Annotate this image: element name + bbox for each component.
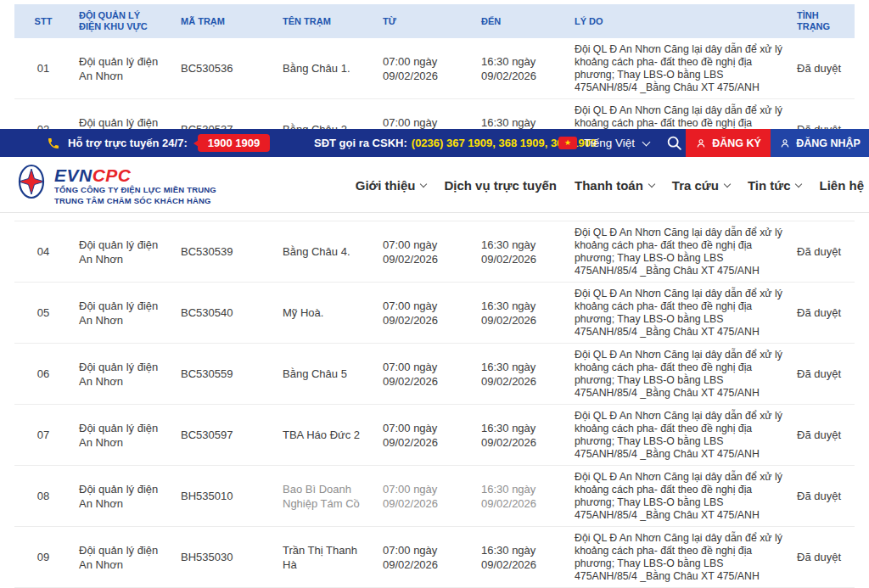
cell-station-name: TBA Háo Đức 2 — [276, 428, 376, 442]
nav-item-label: Liên hệ — [819, 178, 864, 193]
nav-item[interactable]: Thanh toán — [575, 178, 654, 193]
topbar: Hỗ trợ trực tuyến 24/7: 1900 1909 SĐT gọ… — [0, 129, 869, 157]
table-row: 05 Đội quản lý điện An Nhơn BC530540 Mỹ … — [14, 283, 855, 344]
cell-stt: 01 — [14, 61, 72, 76]
table-row: 08 Đội quản lý điện An Nhơn BH535010 Bao… — [14, 466, 855, 527]
cell-stt: 06 — [14, 367, 72, 381]
nav-item[interactable]: Tra cứu — [672, 178, 730, 193]
nav-item-label: Tra cứu — [672, 178, 719, 193]
cell-station-code: BC530559 — [174, 367, 276, 381]
nav-item[interactable]: Tin tức — [748, 178, 802, 193]
cell-station-name: Bằng Châu 4. — [276, 244, 376, 259]
chevron-down-icon — [648, 180, 655, 187]
cell-station-code: BC530540 — [174, 305, 276, 320]
cell-to: 16:30 ngày 09/02/2026 — [474, 421, 568, 450]
table-row: 07 Đội quản lý điện An Nhơn BC530597 TBA… — [14, 405, 855, 466]
cell-from: 07:00 ngày 09/02/2026 — [376, 238, 474, 266]
person-icon — [779, 137, 791, 149]
cell-from: 07:00 ngày 09/02/2026 — [376, 421, 474, 450]
language-selector[interactable]: Tiếng Việt — [584, 129, 649, 157]
col-header-status: TÌNH TRẠNG — [790, 10, 855, 32]
main-nav: Giới thiệu Dịch vụ trực tuyến Thanh toán… — [356, 157, 864, 213]
cell-team: Đội quản lý điện An Nhơn — [72, 421, 174, 450]
cell-to: 16:30 ngày 09/02/2026 — [474, 482, 568, 511]
table-row: 06 Đội quản lý điện An Nhơn BC530559 Bằn… — [14, 344, 855, 405]
cell-reason: Đội QL Đ An Nhơn Căng lại dây dẫn để xử … — [568, 43, 790, 94]
page: STT ĐỘI QUẢN LÝ ĐIỆN KHU VỰC MÃ TRẠM TÊN… — [0, 0, 869, 588]
cell-station-name: Bao Bì Doanh Nghiệp Tám Cồ — [276, 482, 376, 511]
cell-team: Đội quản lý điện An Nhơn — [72, 360, 174, 389]
cell-stt: 09 — [14, 550, 72, 564]
chevron-down-icon — [724, 180, 731, 187]
col-header-station-name: TÊN TRẠM — [276, 16, 376, 27]
cell-stt: 05 — [14, 305, 72, 320]
cell-reason: Đội QL Đ An Nhơn Căng lại dây dẫn để xử … — [568, 532, 790, 583]
cell-reason: Đội QL Đ An Nhơn Căng lại dây dẫn để xử … — [568, 471, 790, 522]
cell-reason: Đội QL Đ An Nhơn Căng lại dây dẫn để xử … — [568, 410, 790, 461]
cell-from: 07:00 ngày 09/02/2026 — [376, 54, 474, 83]
nav-item-label: Tin tức — [748, 178, 791, 193]
logo-name: EVNCPC — [54, 166, 216, 185]
phone-icon — [47, 137, 60, 150]
cell-status: Đã duyệt — [790, 550, 855, 564]
chevron-down-icon — [795, 180, 802, 187]
cell-station-name: Bằng Châu 5 — [276, 367, 376, 381]
cell-reason: Đội QL Đ An Nhơn Căng lại dây dẫn để xử … — [568, 288, 790, 339]
table-body: 01 Đội quản lý điện An Nhơn BC530536 Bằn… — [0, 38, 869, 588]
table-header-row: STT ĐỘI QUẢN LÝ ĐIỆN KHU VỰC MÃ TRẠM TÊN… — [14, 4, 855, 38]
cell-station-name: Trần Thị Thanh Hà — [276, 543, 376, 572]
cell-to: 16:30 ngày 09/02/2026 — [474, 54, 568, 83]
cell-status: Đã duyệt — [790, 305, 855, 320]
cell-station-name: Mỹ Hoà. — [276, 305, 376, 320]
cell-team: Đội quản lý điện An Nhơn — [72, 482, 174, 511]
cell-stt: 08 — [14, 489, 72, 503]
col-header-station-code: MÃ TRẠM — [174, 16, 276, 27]
col-header-to: ĐẾN — [474, 16, 568, 27]
nav-item[interactable]: Giới thiệu — [356, 178, 427, 193]
cell-station-code: BH535010 — [174, 489, 276, 503]
col-header-team: ĐỘI QUẢN LÝ ĐIỆN KHU VỰC — [72, 10, 174, 32]
cell-station-code: BC530536 — [174, 61, 276, 76]
nav-item[interactable]: Liên hệ — [819, 178, 864, 193]
nav-item[interactable]: Dịch vụ trực tuyến — [444, 178, 557, 193]
nav-item-label: Thanh toán — [575, 178, 643, 193]
logo-tagline-1: TỔNG CÔNG TY ĐIỆN LỰC MIỀN TRUNG — [54, 185, 216, 196]
table-row: 04 Đội quản lý điện An Nhơn BC530539 Bằn… — [14, 221, 855, 283]
vietnam-flag-icon: ★ — [558, 137, 577, 149]
login-button[interactable]: ĐĂNG NHẬP — [771, 129, 869, 157]
person-icon — [695, 137, 707, 149]
cell-from: 07:00 ngày 09/02/2026 — [376, 299, 474, 328]
evncpc-logo[interactable]: EVNCPC TỔNG CÔNG TY ĐIỆN LỰC MIỀN TRUNG … — [15, 163, 216, 206]
register-label: ĐĂNG KÝ — [712, 137, 761, 149]
cell-to: 16:30 ngày 09/02/2026 — [474, 360, 568, 389]
cell-team: Đội quản lý điện An Nhơn — [72, 543, 174, 572]
logo-text: EVNCPC TỔNG CÔNG TY ĐIỆN LỰC MIỀN TRUNG … — [54, 163, 216, 206]
cell-team: Đội quản lý điện An Nhơn — [72, 54, 174, 83]
cell-status: Đã duyệt — [790, 367, 855, 381]
nav-item-label: Dịch vụ trực tuyến — [444, 178, 557, 193]
chevron-down-icon — [642, 137, 651, 146]
sticky-site-header: Hỗ trợ trực tuyến 24/7: 1900 1909 SĐT gọ… — [0, 129, 869, 213]
cell-reason: Đội QL Đ An Nhơn Căng lại dây dẫn để xử … — [568, 349, 790, 400]
cell-reason: Đội QL Đ An Nhơn Căng lại dây dẫn để xử … — [568, 227, 790, 277]
register-button[interactable]: ĐĂNG KÝ — [686, 129, 771, 157]
logo-evn: EVN — [54, 165, 93, 185]
cell-from: 07:00 ngày 09/02/2026 — [376, 543, 474, 572]
cell-from: 07:00 ngày 09/02/2026 — [376, 482, 474, 511]
cell-station-code: BC530597 — [174, 428, 276, 442]
cell-team: Đội quản lý điện An Nhơn — [72, 238, 174, 266]
cell-to: 16:30 ngày 09/02/2026 — [474, 299, 568, 328]
hotline-badge[interactable]: 1900 1909 — [198, 134, 270, 152]
navbar: EVNCPC TỔNG CÔNG TY ĐIỆN LỰC MIỀN TRUNG … — [0, 157, 869, 213]
cell-team: Đội quản lý điện An Nhơn — [72, 299, 174, 328]
support-label: Hỗ trợ trực tuyến 24/7: — [68, 137, 188, 149]
support-group: Hỗ trợ trực tuyến 24/7: 1900 1909 — [47, 134, 270, 152]
table-row: 01 Đội quản lý điện An Nhơn BC530536 Bằn… — [14, 38, 855, 99]
table-row: 09 Đội quản lý điện An Nhơn BH535030 Trầ… — [14, 527, 855, 588]
cell-to: 16:30 ngày 09/02/2026 — [474, 238, 568, 266]
chevron-down-icon — [420, 180, 427, 187]
search-icon[interactable] — [665, 134, 684, 153]
cell-status: Đã duyệt — [790, 489, 855, 503]
col-header-reason: LÝ DO — [568, 16, 790, 27]
cell-station-code: BH535030 — [174, 550, 276, 564]
